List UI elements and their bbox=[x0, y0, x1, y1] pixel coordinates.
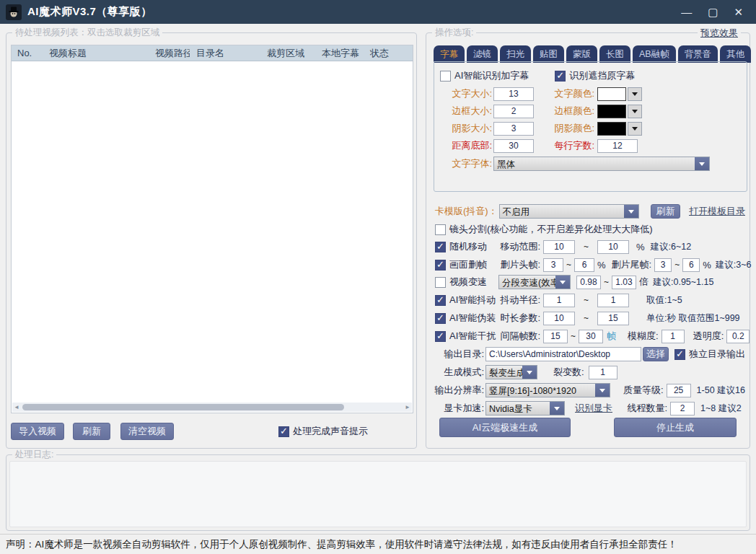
border-size-input[interactable] bbox=[493, 105, 534, 118]
refresh-list-button[interactable]: 刷新 bbox=[73, 423, 110, 440]
col-dir: 目录名 bbox=[190, 45, 261, 61]
chevron-down-icon[interactable] bbox=[522, 366, 537, 379]
open-template-dir-link[interactable]: 打开模板目录 bbox=[689, 205, 745, 218]
chevron-down-icon[interactable] bbox=[550, 402, 564, 415]
tab-sweep-light[interactable]: 扫光 bbox=[500, 45, 531, 63]
interval-from-input[interactable] bbox=[543, 330, 568, 343]
tab-subtitle[interactable]: 字幕 bbox=[434, 45, 465, 63]
chevron-down-icon[interactable] bbox=[624, 205, 638, 218]
fission-count-input[interactable] bbox=[589, 366, 617, 379]
tab-other[interactable]: 其他 bbox=[720, 45, 751, 63]
duration-param-label: 时长参数: bbox=[497, 312, 540, 325]
opacity-input[interactable] bbox=[726, 330, 750, 343]
scrollbar-thumb[interactable] bbox=[22, 404, 344, 410]
threads-input[interactable] bbox=[670, 402, 695, 416]
log-output-area bbox=[9, 461, 747, 527]
ai-shake-checkbox[interactable] bbox=[435, 295, 446, 306]
text-size-input[interactable] bbox=[493, 87, 534, 101]
choose-dir-button[interactable]: 选择 bbox=[643, 347, 669, 361]
move-range-to-input[interactable] bbox=[597, 240, 629, 254]
chevron-down-icon[interactable] bbox=[595, 384, 610, 397]
text-color-swatch[interactable] bbox=[597, 87, 626, 101]
tab-ab-blend[interactable]: AB融帧 bbox=[633, 45, 676, 63]
frame-delete-label: 画面删帧 bbox=[449, 258, 497, 271]
ai-interfere-checkbox[interactable] bbox=[435, 331, 446, 342]
ai-add-subtitle-label: AI智能识别加字幕 bbox=[454, 69, 529, 82]
quality-input[interactable] bbox=[667, 384, 691, 397]
video-table-body[interactable] bbox=[12, 62, 413, 403]
ai-disguise-checkbox[interactable] bbox=[435, 313, 446, 324]
speed-hint: 建议:0.95~1.15 bbox=[653, 276, 713, 289]
head-frames-to-input[interactable] bbox=[574, 258, 594, 272]
interval-to-input[interactable] bbox=[579, 330, 603, 343]
tab-bgm[interactable]: 背景音 bbox=[678, 45, 718, 63]
speed-to-input[interactable] bbox=[612, 276, 636, 289]
subtitle-panel: AI智能识别加字幕 识别遮挡原字幕 文字大小: 文字颜色: 边框大小: 边框颜色… bbox=[434, 61, 747, 192]
speed-from-input[interactable] bbox=[576, 276, 601, 289]
gpu-select[interactable]: Nvidia显卡 bbox=[485, 401, 565, 416]
minimize-button[interactable]: — bbox=[681, 0, 692, 24]
border-color-dropdown-icon[interactable] bbox=[628, 105, 642, 118]
chars-per-line-input[interactable] bbox=[597, 139, 638, 153]
frame-delete-checkbox[interactable] bbox=[435, 260, 446, 271]
shake-from-input[interactable] bbox=[543, 294, 575, 307]
shadow-color-dropdown-icon[interactable] bbox=[628, 122, 642, 136]
independent-dir-checkbox[interactable] bbox=[674, 349, 685, 360]
blur-label: 模糊度: bbox=[628, 330, 659, 343]
maximize-button[interactable]: ▢ bbox=[708, 0, 718, 24]
speed-change-checkbox[interactable] bbox=[435, 277, 446, 288]
duration-from-input[interactable] bbox=[543, 312, 575, 325]
resolution-select[interactable]: 竖屏[9:16]-1080*1920 bbox=[485, 383, 610, 397]
tab-filter[interactable]: 滤镜 bbox=[467, 45, 498, 63]
blur-input[interactable] bbox=[662, 330, 685, 343]
ai-add-subtitle-checkbox[interactable] bbox=[440, 71, 451, 82]
duration-to-input[interactable] bbox=[597, 312, 629, 325]
quality-label: 质量等级: bbox=[619, 384, 664, 397]
stop-generate-button[interactable]: 停止生成 bbox=[614, 418, 737, 437]
sound-tip-checkbox[interactable] bbox=[278, 426, 289, 437]
video-table: No. 视频标题 视频路径 目录名 裁剪区域 本地字幕 状态 ◄ ► bbox=[11, 45, 413, 413]
random-move-checkbox[interactable] bbox=[435, 242, 446, 252]
chevron-down-icon[interactable] bbox=[555, 276, 570, 289]
cloud-generate-button[interactable]: AI云端极速生成 bbox=[439, 418, 571, 437]
lens-split-checkbox[interactable] bbox=[435, 224, 446, 235]
import-video-button[interactable]: 导入视频 bbox=[11, 423, 64, 440]
horizontal-scrollbar[interactable]: ◄ ► bbox=[12, 403, 412, 412]
border-color-swatch[interactable] bbox=[597, 105, 626, 118]
font-select[interactable]: 黑体 bbox=[493, 157, 710, 171]
bottom-offset-input[interactable] bbox=[493, 139, 534, 153]
chevron-down-icon[interactable] bbox=[695, 157, 709, 170]
ai-interfere-label: AI智能干扰 bbox=[449, 330, 497, 343]
scroll-left-icon[interactable]: ◄ bbox=[12, 403, 21, 412]
gen-mode-select[interactable]: 裂变生成 bbox=[485, 365, 537, 379]
video-list-groupbox: 待处理视频列表：双击选取裁剪区域 No. 视频标题 视频路径 目录名 裁剪区域 … bbox=[6, 32, 417, 449]
close-button[interactable]: ✕ bbox=[734, 0, 743, 24]
tail-frames-from-input[interactable] bbox=[654, 258, 672, 272]
tail-frames-to-input[interactable] bbox=[682, 258, 700, 272]
text-color-dropdown-icon[interactable] bbox=[628, 87, 642, 101]
template-refresh-button[interactable]: 刷新 bbox=[651, 204, 680, 219]
mask-original-subtitle-checkbox[interactable] bbox=[555, 71, 566, 82]
status-bar: 声明：AI魔术师是一款视频全自动剪辑软件，仅用于个人原创视频制作、提高剪辑效率，… bbox=[0, 534, 756, 554]
interval-frames-label: 间隔帧数: bbox=[497, 330, 540, 343]
speed-change-label: 视频变速 bbox=[449, 276, 497, 289]
app-logo-icon bbox=[6, 4, 22, 20]
preview-effect-link[interactable]: 预览效果 bbox=[698, 27, 741, 40]
col-status: 状态 bbox=[364, 45, 413, 61]
shadow-color-swatch[interactable] bbox=[597, 122, 626, 136]
tab-mask[interactable]: 蒙版 bbox=[566, 45, 597, 63]
speed-mode-select[interactable]: 分段变速(效率优先) bbox=[498, 275, 571, 289]
move-range-from-input[interactable] bbox=[543, 240, 575, 254]
shadow-size-input[interactable] bbox=[493, 122, 534, 136]
shake-to-input[interactable] bbox=[597, 294, 629, 307]
head-frames-from-input[interactable] bbox=[543, 258, 563, 272]
template-select[interactable]: 不启用 bbox=[499, 204, 639, 219]
detect-gpu-link[interactable]: 识别显卡 bbox=[575, 402, 612, 415]
sound-tip-label: 处理完成声音提示 bbox=[293, 425, 368, 438]
scroll-right-icon[interactable]: ► bbox=[403, 403, 412, 412]
clear-video-button[interactable]: 清空视频 bbox=[120, 423, 174, 440]
output-dir-input[interactable] bbox=[485, 347, 641, 361]
tab-long-image[interactable]: 长图 bbox=[599, 45, 630, 63]
tab-sticker[interactable]: 贴图 bbox=[533, 45, 564, 63]
log-groupbox: 处理日志: bbox=[6, 454, 750, 531]
